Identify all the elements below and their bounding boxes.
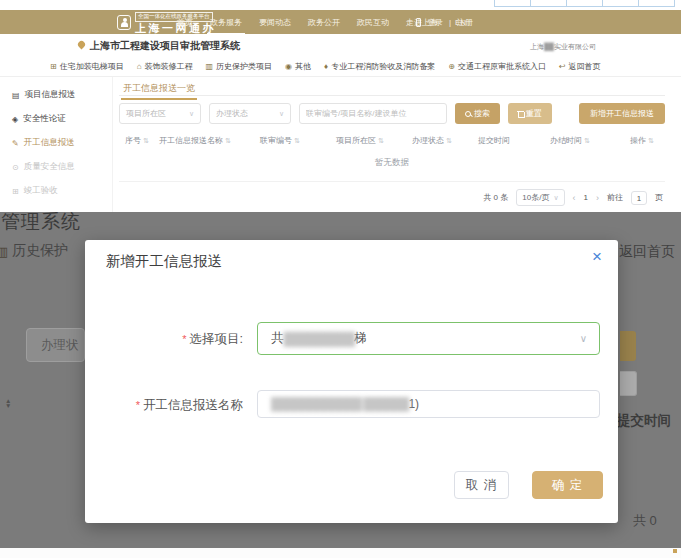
browser-artifact-cell xyxy=(602,0,639,7)
dim-total-fragment: 共 0 xyxy=(633,512,657,530)
dim-gold-button-fragment xyxy=(620,331,636,361)
sort-icon[interactable]: ⇅ xyxy=(648,137,654,145)
sort-icon[interactable]: ⇅ xyxy=(143,137,149,145)
menu-item-residential-elevator[interactable]: ⊞住宅加装电梯项目 xyxy=(50,61,124,72)
confirm-button[interactable]: 确 定 xyxy=(532,471,603,499)
fire-icon: ♦ xyxy=(324,62,328,71)
region-select[interactable]: 项目所在区∨ xyxy=(119,103,201,124)
goto-label: 前往 xyxy=(607,192,623,203)
content-panel: 开工信息报送一览 项目所在区∨ 办理状态∨ 搜索 重置 新增开工信息报送 序号⇅… xyxy=(113,77,681,212)
cancel-button[interactable]: 取 消 xyxy=(454,471,509,499)
menu-item-fire-inspection[interactable]: ♦专业工程消防验收及消防备案 xyxy=(324,61,435,72)
search-icon xyxy=(465,111,471,117)
company-name: 上海██实业有限公司 xyxy=(530,42,596,52)
report-name-input[interactable]: ████████████ ██████1) xyxy=(257,390,600,418)
main-area: ▤项目信息报送 ◈安全性论证 ✎开工信息报送 ⊙质量安全信息 ⊞竣工验收 开工信… xyxy=(0,77,681,212)
nav-item-news[interactable]: 要闻动态 xyxy=(257,9,293,36)
portal-account-area: 登录 | 注册 xyxy=(416,10,473,34)
circle-icon: ◉ xyxy=(285,62,292,71)
tab-commencement-list[interactable]: 开工信息报送一览 xyxy=(121,78,197,100)
museum-icon: ▥ xyxy=(206,62,214,71)
goto-suffix: 页 xyxy=(655,192,663,203)
chevron-down-icon: ∨ xyxy=(580,333,587,344)
sort-icon[interactable]: ⇅ xyxy=(584,137,590,145)
login-link[interactable]: 登录 xyxy=(427,17,443,28)
car-icon: ⊕ xyxy=(448,62,455,71)
house-icon: ⌂ xyxy=(137,62,142,71)
table-divider xyxy=(119,181,665,182)
browser-artifact-row xyxy=(494,0,674,7)
column-header-finish-time[interactable]: 办结时间⇅ xyxy=(544,135,624,146)
chevron-down-icon: ∨ xyxy=(189,110,194,118)
dim-status-select-fragment: 办理状 xyxy=(26,328,85,362)
pagination: 共 0 条 10条/页∨ ‹ 1 › 前往 1 页 xyxy=(119,189,665,206)
goto-page-input[interactable]: 1 xyxy=(631,191,647,205)
report-name-field-label: *开工信息报送名称 xyxy=(85,397,243,414)
tabbar: 开工信息报送一览 xyxy=(119,77,665,96)
required-asterisk: * xyxy=(136,399,140,411)
sidebar-item-commencement-report[interactable]: ✎开工信息报送 xyxy=(0,131,112,155)
browser-artifact-cell xyxy=(566,0,603,7)
column-header-district[interactable]: 项目所在区⇅ xyxy=(330,135,406,146)
sort-icon[interactable]: ⇅ xyxy=(294,137,300,145)
portal-header: 全国一体化在线政务服务平台 上海一网通办 首页 政务服务 要闻动态 政务公开 政… xyxy=(0,10,681,34)
sort-icon[interactable]: ⇅ xyxy=(446,137,452,145)
menu-item-historic-protection[interactable]: ▥历史保护类项目 xyxy=(206,61,273,72)
prev-page-button[interactable]: ‹ xyxy=(573,193,576,203)
required-asterisk: * xyxy=(182,333,186,345)
person-logo-icon xyxy=(117,15,131,30)
nav-item-home[interactable]: 首页 xyxy=(175,9,195,36)
column-header-submit-time[interactable]: 提交时间 xyxy=(472,135,544,146)
add-commencement-report-button[interactable]: 新增开工信息报送 xyxy=(579,103,665,124)
sidebar-item-project-info[interactable]: ▤项目信息报送 xyxy=(0,83,112,107)
sort-icon[interactable]: ⇅ xyxy=(378,137,384,145)
dim-menu-fragment: ▥历史保护 xyxy=(0,242,68,260)
dialog-title: 新增开工信息报送 xyxy=(106,252,222,271)
register-link[interactable]: 注册 xyxy=(457,17,473,28)
list-icon: ▤ xyxy=(12,91,20,100)
gold-marker xyxy=(673,549,677,553)
nav-item-interaction[interactable]: 政民互动 xyxy=(355,9,391,36)
page-size-select[interactable]: 10条/页∨ xyxy=(516,189,564,206)
search-button[interactable]: 搜索 xyxy=(455,103,500,124)
dim-sort-icon: ▲▼ xyxy=(5,398,11,408)
column-header-joint-review-no[interactable]: 联审编号⇅ xyxy=(254,135,330,146)
page-number[interactable]: 1 xyxy=(584,193,588,202)
system-header: 上海市工程建设项目审批管理系统 上海██实业有限公司 xyxy=(0,34,681,57)
project-select[interactable]: 共█████████梯 ∨ xyxy=(257,322,600,355)
sort-icon[interactable]: ⇅ xyxy=(225,137,231,145)
return-arrow-icon: ↩ xyxy=(559,62,566,71)
menu-item-back-home[interactable]: ↩返回首页 xyxy=(559,61,601,72)
nav-item-disclosure[interactable]: 政务公开 xyxy=(306,9,342,36)
sidebar-item-completion-acceptance[interactable]: ⊞竣工验收 xyxy=(0,179,112,203)
nav-item-services[interactable]: 政务服务 xyxy=(208,9,244,36)
modal-overlay[interactable]: 管理系统 ▥历史保护 返回首页 办理状 ▲▼ 提交时间 共 0 新增开工信息报送… xyxy=(0,212,681,548)
reset-button[interactable]: 重置 xyxy=(508,103,552,124)
menu-item-traffic-system-entry[interactable]: ⊕交通工程原审批系统入口 xyxy=(448,61,546,72)
box-icon: ⊞ xyxy=(12,187,19,196)
museum-icon: ▥ xyxy=(0,244,8,259)
close-icon[interactable]: × xyxy=(592,248,602,265)
menu-item-decoration[interactable]: ⌂装饰装修工程 xyxy=(137,61,193,72)
sidebar-item-quality-safety[interactable]: ⊙质量安全信息 xyxy=(0,155,112,179)
column-header-actions[interactable]: 操作⇅ xyxy=(624,135,662,146)
location-pin-icon xyxy=(77,40,87,50)
filter-row: 项目所在区∨ 办理状态∨ 搜索 重置 新增开工信息报送 xyxy=(119,103,665,124)
system-title: 上海市工程建设项目审批管理系统 xyxy=(90,39,240,53)
dim-back-home-fragment: 返回首页 xyxy=(619,243,675,261)
status-select[interactable]: 办理状态∨ xyxy=(209,103,291,124)
column-header-seq[interactable]: 序号⇅ xyxy=(119,135,153,146)
dim-submit-time-fragment: 提交时间 xyxy=(617,412,671,430)
dim-input-fragment xyxy=(620,371,637,396)
mobile-icon[interactable] xyxy=(416,18,421,27)
table-header-row: 序号⇅ 开工信息报送名称⇅ 联审编号⇅ 项目所在区⇅ 办理状态⇅ 提交时间 办结… xyxy=(119,135,665,146)
chevron-down-icon: ∨ xyxy=(279,110,284,118)
column-header-report-name[interactable]: 开工信息报送名称⇅ xyxy=(153,135,254,146)
column-header-status[interactable]: 办理状态⇅ xyxy=(406,135,472,146)
sidebar-item-safety-review[interactable]: ◈安全性论证 xyxy=(0,107,112,131)
keyword-input[interactable] xyxy=(299,103,447,124)
company-redacted: ██ xyxy=(544,43,554,50)
project-value-redacted: █████████ xyxy=(284,332,355,346)
menu-item-other[interactable]: ◉其他 xyxy=(285,61,311,72)
next-page-button[interactable]: › xyxy=(596,193,599,203)
